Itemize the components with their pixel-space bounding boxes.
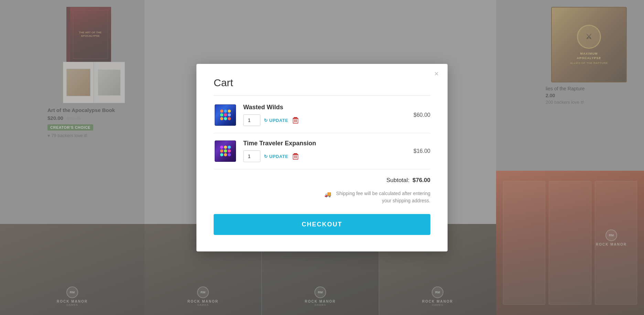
cart-item-1-delete-button[interactable] (292, 116, 299, 125)
modal-title: Cart (214, 77, 430, 89)
cart-item-2-delete-button[interactable] (292, 152, 299, 161)
svg-rect-4 (293, 118, 298, 119)
cart-item-1: Wasted Wilds ↻ UPDATE (214, 97, 430, 133)
cart-item-1-update-button[interactable]: ↻ UPDATE (264, 118, 288, 123)
cart-item-1-name: Wasted Wilds (243, 104, 397, 111)
subtotal-row: Subtotal: $76.00 (214, 177, 430, 184)
cart-modal: × Cart Wasted Wild (196, 64, 448, 251)
cart-item-2-name: Time Traveler Expansion (243, 140, 397, 147)
svg-rect-8 (294, 153, 297, 154)
checkout-button[interactable]: CHECKOUT (214, 214, 430, 235)
time-traveler-image (214, 139, 237, 163)
refresh-icon-2: ↻ (264, 154, 268, 159)
cart-item-1-details: Wasted Wilds ↻ UPDATE (243, 104, 397, 126)
trash-icon-1 (293, 117, 298, 124)
svg-rect-5 (293, 154, 298, 159)
cart-item-2-details: Time Traveler Expansion ↻ UPDATE (243, 140, 397, 162)
svg-rect-0 (293, 118, 298, 123)
cart-item-2-update-button[interactable]: ↻ UPDATE (264, 154, 288, 159)
truck-icon: 🚚 (324, 190, 331, 199)
modal-close-button[interactable]: × (431, 69, 441, 79)
cart-item-1-price: $60.00 (403, 112, 430, 118)
subtotal-label: Subtotal: (386, 177, 409, 183)
cart-item-2-quantity[interactable] (243, 150, 260, 162)
shipping-note-row: 🚚 Shipping fee will be calculated after … (214, 190, 430, 204)
cart-item-1-quantity[interactable] (243, 114, 260, 126)
wasted-wilds-image (214, 103, 237, 127)
svg-rect-2 (296, 119, 297, 122)
cart-item-2: Time Traveler Expansion ↻ UPDATE (214, 133, 430, 169)
trash-icon-2 (293, 153, 298, 160)
cart-summary: Subtotal: $76.00 🚚 Shipping fee will be … (214, 169, 430, 235)
cart-item-2-price: $16.00 (403, 148, 430, 154)
svg-rect-6 (294, 155, 295, 158)
svg-rect-3 (294, 117, 297, 118)
modal-divider-top (214, 95, 430, 96)
subtotal-value: $76.00 (412, 177, 430, 183)
svg-rect-9 (293, 154, 298, 155)
refresh-icon-1: ↻ (264, 118, 268, 123)
shipping-note-text: Shipping fee will be calculated after en… (334, 190, 430, 204)
svg-rect-1 (294, 119, 295, 122)
svg-rect-7 (296, 155, 297, 158)
